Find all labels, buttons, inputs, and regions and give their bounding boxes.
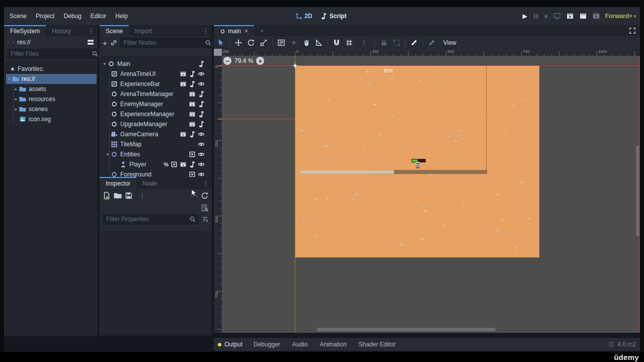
unique-name-badge[interactable]: % — [164, 161, 169, 167]
group-icon[interactable] — [189, 151, 196, 158]
play-custom-scene-button[interactable] — [579, 12, 587, 20]
node-row-experiencebar[interactable]: ExperienceBar — [102, 79, 211, 89]
load-resource-button[interactable] — [114, 192, 122, 200]
script-icon[interactable] — [189, 80, 196, 87]
move-tool-button[interactable] — [234, 39, 243, 47]
signal-connection-icon[interactable] — [180, 131, 187, 138]
mode-script-button[interactable]: Script — [320, 13, 347, 20]
pause-button[interactable] — [532, 13, 539, 20]
group-selection-button[interactable] — [392, 39, 400, 47]
node-row-enemymanager[interactable]: EnemyManager — [102, 99, 211, 109]
vertical-ruler[interactable]: 0 250 500 750 — [214, 56, 222, 333]
menu-scene[interactable]: Scene — [5, 11, 31, 22]
node-row-gamecamera[interactable]: GameCamera — [102, 129, 211, 139]
bottom-tab-output[interactable]: Output — [223, 341, 247, 348]
mode-2d-button[interactable]: 2D — [295, 13, 312, 20]
node-row-experiencemanager[interactable]: ExperienceManager — [102, 109, 211, 119]
bottom-tab-audio[interactable]: Audio — [287, 341, 313, 348]
menu-debug[interactable]: Debug — [59, 11, 86, 22]
zoom-out-button[interactable]: − — [223, 57, 231, 65]
zoom-in-button[interactable]: + — [256, 57, 264, 65]
visibility-eye-icon[interactable] — [198, 80, 205, 87]
chevron-right-icon[interactable]: ▸ — [13, 86, 19, 92]
signal-connection-icon[interactable] — [180, 80, 187, 87]
scene-tab-main[interactable]: main × — [214, 25, 254, 36]
filesystem-menu-button[interactable]: ⋮ — [85, 25, 98, 36]
node-row-tilemap[interactable]: TileMap — [102, 139, 211, 149]
node-row-upgrademanager[interactable]: UpgradeManager — [102, 119, 211, 129]
menu-help[interactable]: Help — [111, 11, 132, 22]
tab-inspector[interactable]: Inspector — [100, 177, 136, 189]
skeleton-bone-button[interactable] — [410, 39, 418, 47]
grid-snap-button[interactable] — [345, 39, 353, 47]
smart-snap-button[interactable] — [333, 39, 341, 47]
list-select-tool-button[interactable] — [277, 39, 285, 47]
signal-connection-icon[interactable] — [189, 121, 196, 128]
expand-viewport-button[interactable] — [629, 27, 636, 34]
tree-item-icon-svg[interactable]: icon.svg — [6, 114, 97, 124]
bottom-tab-animation[interactable]: Animation — [314, 341, 351, 348]
movie-maker-button[interactable] — [592, 12, 600, 20]
zoom-percentage[interactable]: 79.4 % — [234, 57, 253, 64]
node-row-player[interactable]: Player % — [102, 159, 211, 169]
remote-debug-icon[interactable] — [553, 12, 561, 20]
vertical-scrollbar[interactable] — [636, 145, 639, 236]
horizontal-ruler[interactable]: -250 0 250 500 750 1000 — [222, 49, 640, 56]
script-icon[interactable] — [198, 60, 205, 67]
bottom-tab-shader-editor[interactable]: Shader Editor — [354, 341, 400, 348]
signal-connection-icon[interactable] — [189, 111, 196, 118]
favorites-row[interactable]: ★ Favorites: — [6, 64, 97, 74]
signal-connection-icon[interactable] — [189, 101, 196, 108]
visibility-eye-icon[interactable] — [198, 151, 205, 158]
tab-node[interactable]: Node — [136, 177, 163, 189]
menu-project[interactable]: Project — [31, 11, 59, 22]
new-scene-tab-button[interactable]: + — [254, 25, 270, 36]
visibility-eye-icon[interactable] — [198, 131, 205, 138]
visibility-eye-icon[interactable] — [198, 141, 205, 148]
filter-properties-input[interactable] — [103, 215, 189, 224]
play-scene-button[interactable] — [566, 12, 574, 20]
view-menu-button[interactable]: View — [440, 39, 459, 46]
ruler-corner[interactable] — [214, 49, 222, 56]
tree-item-scenes[interactable]: ▸ scenes — [6, 104, 97, 114]
node-row-arenatimeui[interactable]: ArenaTimeUI — [102, 69, 211, 79]
script-icon[interactable] — [198, 111, 205, 118]
chevron-right-icon[interactable]: ▸ — [13, 97, 19, 102]
tree-item-assets[interactable]: ▸ assets — [6, 84, 97, 94]
pan-tool-button[interactable] — [302, 39, 310, 47]
inspector-menu-button[interactable]: ⋮ — [199, 177, 212, 189]
node-row-main[interactable]: ▾ Main — [102, 59, 211, 69]
rotate-tool-button[interactable] — [247, 39, 255, 47]
visibility-eye-icon[interactable] — [198, 161, 205, 168]
close-tab-icon[interactable]: × — [245, 28, 248, 35]
renderer-select[interactable]: Forward+ ▾ — [605, 13, 636, 20]
group-icon[interactable] — [171, 161, 178, 168]
skeleton-options-button[interactable] — [428, 39, 436, 47]
tab-filesystem[interactable]: FileSystem — [4, 25, 46, 36]
scale-tool-button[interactable] — [260, 39, 268, 47]
scene-dock-menu-button[interactable]: ⋮ — [199, 25, 212, 36]
select-tool-button[interactable] — [217, 39, 225, 47]
filter-files-input[interactable] — [8, 49, 92, 58]
tab-scene[interactable]: Scene — [100, 25, 129, 36]
visibility-eye-icon[interactable] — [198, 70, 205, 77]
new-resource-button[interactable] — [103, 192, 111, 200]
chevron-down-icon[interactable]: ▾ — [105, 152, 111, 157]
chevron-down-icon[interactable]: ▾ — [102, 61, 108, 66]
menu-editor[interactable]: Editor — [86, 11, 111, 22]
tab-history[interactable]: History — [46, 25, 76, 36]
nav-forward-button[interactable]: › — [12, 39, 14, 46]
lock-node-button[interactable] — [380, 39, 388, 47]
script-icon[interactable] — [198, 90, 205, 98]
script-icon[interactable] — [198, 121, 205, 128]
signal-connection-icon[interactable] — [180, 70, 187, 77]
edit-history-button[interactable] — [201, 192, 209, 200]
chevron-right-icon[interactable]: ▸ — [13, 107, 19, 112]
canvas-viewport[interactable]: test − 79.4 % + — [222, 56, 640, 333]
bottom-tab-debugger[interactable]: Debugger — [249, 341, 285, 348]
snap-options-button[interactable] — [290, 39, 298, 47]
resource-menu-button[interactable]: ⋮ — [136, 192, 148, 200]
tab-import[interactable]: Import — [129, 25, 158, 36]
nav-back-button[interactable]: ‹ — [7, 39, 9, 46]
add-node-button[interactable]: + — [103, 39, 107, 47]
